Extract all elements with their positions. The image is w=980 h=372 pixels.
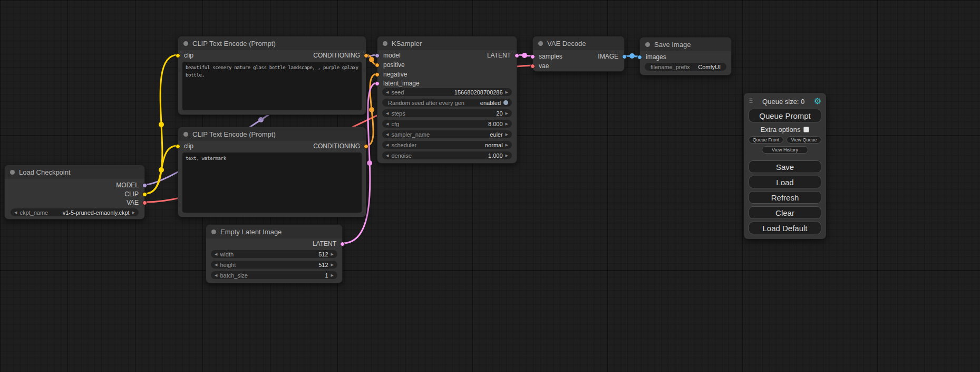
collapse-dot-icon[interactable]	[10, 170, 15, 175]
widget-denoise[interactable]: ◀ denoise 1.000 ▶	[382, 151, 512, 160]
decrement-arrow-icon[interactable]: ◀	[215, 263, 217, 266]
widget-sampler-name[interactable]: ◀ sampler_name euler ▶	[382, 130, 512, 139]
decrement-arrow-icon[interactable]: ◀	[386, 90, 389, 94]
input-dot-images[interactable]	[637, 55, 642, 60]
queue-front-button[interactable]: Queue Front	[749, 136, 783, 144]
widget-steps[interactable]: ◀ steps 20 ▶	[382, 109, 512, 118]
output-dot-model[interactable]	[142, 183, 147, 188]
increment-arrow-icon[interactable]: ▶	[331, 273, 334, 277]
output-slot-latent[interactable]: LATENT	[313, 240, 342, 248]
increment-arrow-icon[interactable]: ▶	[506, 143, 508, 147]
node-empty-latent-image[interactable]: Empty Latent Image LATENT ◀ width 512 ▶ …	[206, 224, 343, 283]
output-slot-model[interactable]: MODEL	[116, 181, 144, 189]
node-title-bar[interactable]: CLIP Text Encode (Prompt)	[178, 127, 366, 141]
collapse-dot-icon[interactable]	[211, 230, 216, 234]
node-clip-text-encode-negative[interactable]: CLIP Text Encode (Prompt) clip CONDITION…	[178, 127, 366, 217]
input-dot-vae[interactable]	[530, 64, 535, 69]
output-slot-clip[interactable]: CLIP	[124, 190, 144, 198]
increment-arrow-icon[interactable]: ▶	[506, 132, 508, 136]
node-title-bar[interactable]: Empty Latent Image	[206, 225, 342, 239]
load-button[interactable]: Load	[749, 176, 821, 188]
node-save-image[interactable]: Save Image images filename_prefix ComfyU…	[639, 37, 732, 75]
decrement-arrow-icon[interactable]: ◀	[215, 252, 217, 256]
input-slot-clip[interactable]: clip	[178, 51, 193, 60]
collapse-dot-icon[interactable]	[538, 41, 543, 46]
decrement-arrow-icon[interactable]: ◀	[386, 154, 389, 157]
increment-arrow-icon[interactable]: ▶	[331, 252, 334, 256]
extra-options-checkbox[interactable]	[803, 127, 809, 132]
widget-ckpt-name[interactable]: ◀ ckpt_name v1-5-pruned-emaonly.ckpt ▶	[10, 208, 139, 217]
increment-arrow-icon[interactable]: ▶	[132, 211, 135, 214]
node-title-bar[interactable]: Save Image	[640, 37, 731, 51]
decrement-arrow-icon[interactable]: ◀	[386, 143, 389, 147]
input-dot-positive[interactable]	[375, 63, 380, 68]
input-dot-clip[interactable]	[176, 53, 180, 58]
load-default-button[interactable]: Load Default	[749, 222, 821, 234]
toggle-dot-icon[interactable]	[503, 100, 508, 105]
view-history-button[interactable]: View History	[762, 146, 808, 154]
node-graph-canvas[interactable]: Load Checkpoint MODEL CLIP VAE ◀ ckpt_na…	[0, 0, 980, 372]
input-slot-negative[interactable]: negative	[377, 70, 407, 79]
output-dot-conditioning[interactable]	[364, 144, 368, 149]
input-slot-samples[interactable]: samples	[533, 52, 562, 61]
widget-scheduler[interactable]: ◀ scheduler normal ▶	[382, 140, 512, 149]
drag-handle-icon[interactable]: ⠿	[749, 98, 753, 105]
decrement-arrow-icon[interactable]: ◀	[386, 132, 389, 136]
prompt-textarea[interactable]: text, watermark	[182, 152, 362, 213]
input-dot-latent-image[interactable]	[375, 81, 380, 86]
widget-batch-size[interactable]: ◀ batch_size 1 ▶	[210, 271, 338, 280]
increment-arrow-icon[interactable]: ▶	[506, 154, 508, 157]
widget-width[interactable]: ◀ width 512 ▶	[210, 250, 338, 259]
node-title-bar[interactable]: CLIP Text Encode (Prompt)	[178, 36, 366, 50]
collapse-dot-icon[interactable]	[645, 42, 650, 47]
node-ksampler[interactable]: KSampler model positive negative latent_…	[377, 36, 517, 164]
collapse-dot-icon[interactable]	[183, 132, 188, 137]
output-dot-clip[interactable]	[142, 192, 147, 197]
output-slot-conditioning[interactable]: CONDITIONING	[313, 142, 366, 150]
decrement-arrow-icon[interactable]: ◀	[14, 211, 17, 214]
widget-seed[interactable]: ◀ seed 156680208700286 ▶	[382, 88, 512, 97]
decrement-arrow-icon[interactable]: ◀	[386, 122, 389, 126]
decrement-arrow-icon[interactable]: ◀	[386, 111, 389, 115]
queue-prompt-button[interactable]: Queue Prompt	[749, 109, 821, 122]
input-slot-clip[interactable]: clip	[178, 142, 193, 150]
refresh-button[interactable]: Refresh	[749, 191, 821, 204]
output-dot-vae[interactable]	[142, 201, 147, 205]
widget-random-seed-toggle[interactable]: Random seed after every gen enabled	[382, 98, 512, 107]
node-title-bar[interactable]: KSampler	[377, 36, 517, 50]
view-queue-button[interactable]: View Queue	[787, 136, 821, 144]
increment-arrow-icon[interactable]: ▶	[506, 111, 508, 115]
widget-height[interactable]: ◀ height 512 ▶	[210, 260, 338, 269]
input-dot-model[interactable]	[375, 53, 380, 58]
widget-cfg[interactable]: ◀ cfg 8.000 ▶	[382, 119, 512, 128]
input-dot-samples[interactable]	[530, 54, 535, 59]
output-slot-vae[interactable]: VAE	[127, 198, 144, 207]
input-slot-latent-image[interactable]: latent_image	[377, 79, 420, 88]
collapse-dot-icon[interactable]	[183, 41, 188, 46]
output-slot-latent[interactable]: LATENT	[487, 51, 517, 60]
clear-button[interactable]: Clear	[749, 206, 821, 219]
settings-gear-icon[interactable]: ⚙	[814, 97, 821, 106]
save-button[interactable]: Save	[749, 160, 821, 173]
output-dot-image[interactable]	[622, 54, 627, 59]
increment-arrow-icon[interactable]: ▶	[506, 90, 508, 94]
input-dot-clip[interactable]	[176, 144, 180, 149]
input-dot-negative[interactable]	[375, 72, 380, 77]
output-dot-latent[interactable]	[515, 53, 519, 58]
widget-filename-prefix[interactable]: filename_prefix ComfyUI	[644, 62, 727, 71]
input-slot-images[interactable]: images	[640, 53, 666, 61]
output-slot-image[interactable]: IMAGE	[598, 52, 624, 61]
output-slot-conditioning[interactable]: CONDITIONING	[313, 51, 366, 60]
node-vae-decode[interactable]: VAE Decode samples vae IMAGE	[532, 36, 625, 72]
node-load-checkpoint[interactable]: Load Checkpoint MODEL CLIP VAE ◀ ckpt_na…	[4, 165, 145, 220]
input-slot-positive[interactable]: positive	[377, 61, 405, 69]
node-title-bar[interactable]: VAE Decode	[533, 36, 624, 50]
node-clip-text-encode-positive[interactable]: CLIP Text Encode (Prompt) clip CONDITION…	[178, 36, 366, 115]
output-dot-conditioning[interactable]	[364, 53, 368, 58]
prompt-textarea[interactable]: beautiful scenery nature glass bottle la…	[182, 62, 362, 110]
decrement-arrow-icon[interactable]: ◀	[215, 273, 217, 277]
output-dot-latent[interactable]	[340, 242, 345, 246]
input-slot-model[interactable]: model	[377, 51, 401, 60]
node-title-bar[interactable]: Load Checkpoint	[5, 165, 144, 179]
increment-arrow-icon[interactable]: ▶	[331, 263, 334, 266]
